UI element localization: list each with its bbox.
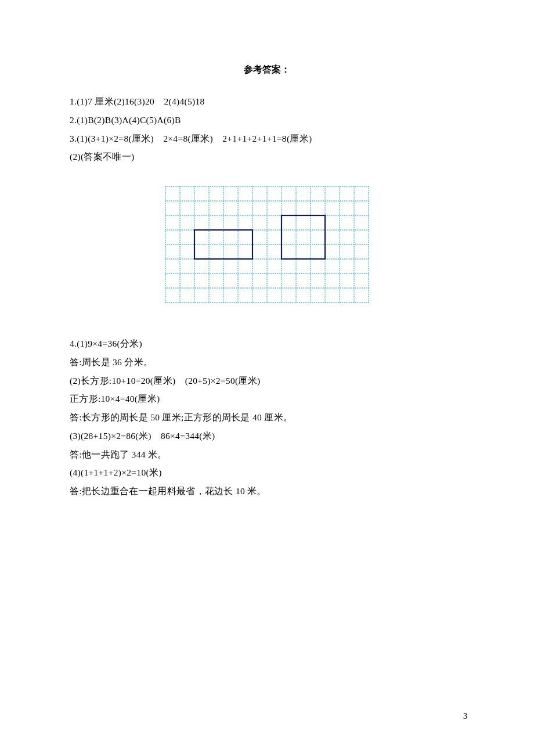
page-content: 参考答案： 1.(1)7 厘米(2)16(3)20 2(4)4(5)18 2.(… xyxy=(70,64,464,501)
answer-line: 2.(1)B(2)B(3)A(4)C(5)A(6)B xyxy=(70,111,464,129)
page-title: 参考答案： xyxy=(70,64,464,76)
answer-line: 4.(1)9×4=36(分米) xyxy=(70,334,464,353)
grid-svg xyxy=(165,186,369,303)
answer-line: (2)(答案不唯一) xyxy=(70,147,464,166)
answers-top: 1.(1)7 厘米(2)16(3)20 2(4)4(5)18 2.(1)B(2)… xyxy=(70,92,464,166)
answer-line: 答:他一共跑了 344 米。 xyxy=(70,445,464,464)
answers-bottom: 4.(1)9×4=36(分米) 答:周长是 36 分米。 (2)长方形:10+1… xyxy=(70,334,464,501)
svg-rect-25 xyxy=(282,215,325,259)
answer-line: 答:周长是 36 分米。 xyxy=(70,353,464,372)
page-number: 3 xyxy=(463,712,467,721)
grid-figure xyxy=(70,186,464,303)
answer-line: (3)(28+15)×2=86(米) 86×4=344(米) xyxy=(70,427,464,445)
answer-line: 答:把长边重合在一起用料最省，花边长 10 米。 xyxy=(70,482,464,501)
answer-line: 1.(1)7 厘米(2)16(3)20 2(4)4(5)18 xyxy=(70,92,464,111)
answer-line: 3.(1)(3+1)×2=8(厘米) 2×4=8(厘米) 2+1+1+2+1+1… xyxy=(70,129,464,148)
answer-line: 答:长方形的周长是 50 厘米;正方形的周长是 40 厘米。 xyxy=(70,408,464,427)
answer-line: (4)(1+1+1+2)×2=10(米) xyxy=(70,463,464,482)
answer-line: 正方形:10×4=40(厘米) xyxy=(70,390,464,408)
answer-line: (2)长方形:10+10=20(厘米) (20+5)×2=50(厘米) xyxy=(70,372,464,390)
